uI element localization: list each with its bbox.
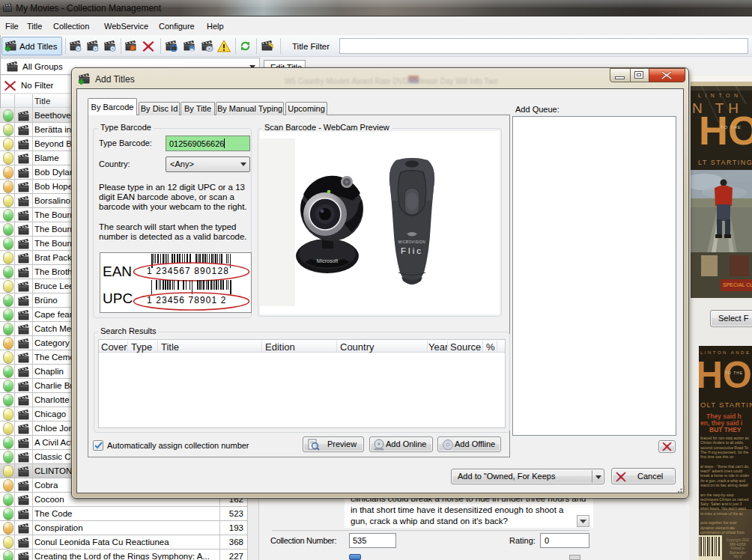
svg-text:MICROVISION: MICROVISION	[398, 240, 425, 244]
svg-text:Microsoft: Microsoft	[317, 258, 338, 264]
svg-text:Flic: Flic	[401, 246, 423, 255]
